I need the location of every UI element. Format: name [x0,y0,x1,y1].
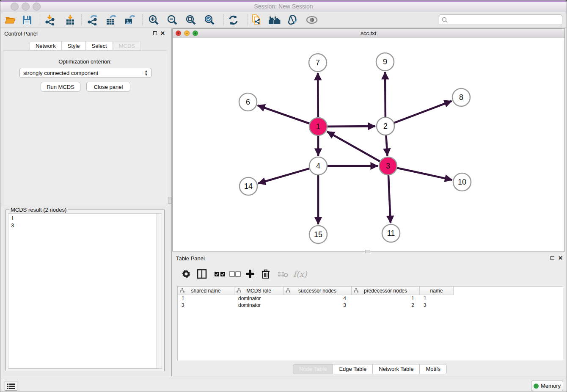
node-6[interactable]: 6 [239,93,257,111]
mcds-result-list[interactable]: 13 [8,213,162,369]
zoom-out-icon[interactable] [165,14,179,26]
cell-MCDS-role[interactable]: dominator [234,302,284,309]
zoom-in-icon[interactable] [146,14,161,26]
clone-network-icon[interactable] [249,14,264,26]
cell-MCDS-role[interactable]: dominator [234,295,284,302]
tab-style[interactable]: Style [62,41,86,50]
refresh-icon[interactable] [226,14,240,26]
cell-predecessor-nodes[interactable]: 2 [352,302,420,309]
zoom-fit-icon[interactable] [184,14,198,26]
visual-styles-icon[interactable] [286,14,300,26]
close-table-panel-icon[interactable]: ✕ [558,255,563,261]
zoom-selected-icon[interactable] [202,14,217,26]
column-header-name[interactable]: name [420,287,454,295]
float-panel-icon[interactable] [153,31,157,35]
cell-name[interactable]: 3 [420,302,454,309]
node-4[interactable]: 4 [309,157,327,175]
cell-predecessor-nodes[interactable]: 1 [352,295,420,302]
export-table-icon[interactable] [104,14,118,26]
edge-2-3[interactable] [386,135,387,156]
svg-text:7: 7 [316,58,320,67]
edge-1-2[interactable] [328,126,375,127]
add-column-icon[interactable] [245,268,255,280]
float-table-panel-icon[interactable] [550,256,554,260]
edge-4-14[interactable] [258,168,309,183]
export-network-icon[interactable] [85,14,99,26]
node-10[interactable]: 10 [453,173,471,191]
edge-3-10[interactable] [397,168,452,180]
tab-network[interactable]: Network [30,41,62,50]
table-row[interactable]: 3dominator323 [178,302,563,309]
tab-motifs[interactable]: Motifs [420,364,447,374]
edge-3-11[interactable] [388,175,391,223]
search-input[interactable] [448,17,562,23]
table-options-gear-icon[interactable] [182,268,191,280]
edge-2-9[interactable] [385,72,385,117]
run-mcds-button[interactable]: Run MCDS [41,82,80,92]
close-panel-icon[interactable]: ✕ [160,30,165,36]
tab-edge-table[interactable]: Edge Table [333,364,373,374]
node-2[interactable]: 2 [377,117,394,135]
edge-1-7[interactable] [318,73,318,117]
close-panel-button[interactable]: Close panel [86,82,130,92]
column-header-shared-name[interactable]: shared name [178,287,234,295]
function-builder-icon[interactable]: f(x) [293,268,307,280]
node-3[interactable]: 3 [379,157,397,175]
memory-label: Memory [541,383,561,389]
cell-successor-nodes[interactable]: 4 [284,295,352,302]
node-8[interactable]: 8 [452,88,470,106]
panel-layout-icon[interactable] [197,268,207,280]
toolbar-separator [248,14,248,25]
tab-select[interactable]: Select [86,41,113,50]
tab-mcds[interactable]: MCDS [113,41,141,50]
import-table-icon[interactable] [63,14,77,26]
network-canvas[interactable]: 7968124314101511 [173,38,564,251]
edge-2-8[interactable] [394,101,452,123]
edge-1-6[interactable] [258,105,310,124]
task-history-button[interactable] [5,381,17,391]
svg-text:11: 11 [387,229,395,237]
mcds-result-item[interactable]: 1 [11,215,162,222]
delete-table-icon[interactable] [278,268,289,280]
table-row[interactable]: 1dominator411 [178,295,563,302]
vertical-splitter-handle[interactable] [168,197,171,204]
deselect-all-columns-icon[interactable] [229,268,241,280]
node-1[interactable]: 1 [309,118,327,135]
cell-shared-name[interactable]: 3 [178,302,234,309]
node-11[interactable]: 11 [382,224,400,242]
import-network-icon[interactable] [43,14,57,26]
network-window-titlebar[interactable]: × − + scc.txt [173,29,564,38]
export-image-icon[interactable] [122,14,137,26]
horizontal-splitter-handle[interactable] [365,250,370,253]
mcds-result-scrollbar[interactable] [156,214,162,368]
table-panel-header: Table Panel ✕ [172,253,567,264]
column-header-predecessor-nodes[interactable]: predecessor nodes [352,287,420,295]
hide-selected-eye-icon[interactable] [305,14,319,26]
optimization-criterion-label: Optimization criterion: [3,58,167,65]
svg-text:1: 1 [316,122,320,131]
tab-network-table[interactable]: Network Table [373,364,420,374]
delete-column-icon[interactable] [261,268,270,280]
mcds-result-item[interactable]: 3 [11,222,162,229]
first-neighbors-icon[interactable] [267,14,282,26]
cell-shared-name[interactable]: 1 [178,295,234,302]
column-header-successor-nodes[interactable]: successor nodes [284,287,352,295]
select-all-columns-icon[interactable] [214,268,226,280]
search-box[interactable] [439,14,562,25]
node-15[interactable]: 15 [309,226,327,243]
window-title: Session: New Session [0,3,567,10]
open-session-icon[interactable] [3,14,17,26]
save-session-icon[interactable] [20,14,34,26]
network-window-title: scc.txt [173,30,564,36]
cell-name[interactable]: 1 [420,295,454,302]
edge-3-1[interactable] [327,132,380,161]
cell-successor-nodes[interactable]: 3 [284,302,352,309]
node-7[interactable]: 7 [309,54,327,72]
node-14[interactable]: 14 [239,177,257,195]
memory-button[interactable]: Memory [531,381,563,391]
tab-node-table[interactable]: Node Table [293,364,333,374]
node-9[interactable]: 9 [376,53,394,71]
optimization-criterion-dropdown[interactable]: strongly connected component ▲▼ [19,68,151,78]
svg-text:3: 3 [386,162,390,170]
column-header-MCDS-role[interactable]: MCDS role [234,287,284,295]
